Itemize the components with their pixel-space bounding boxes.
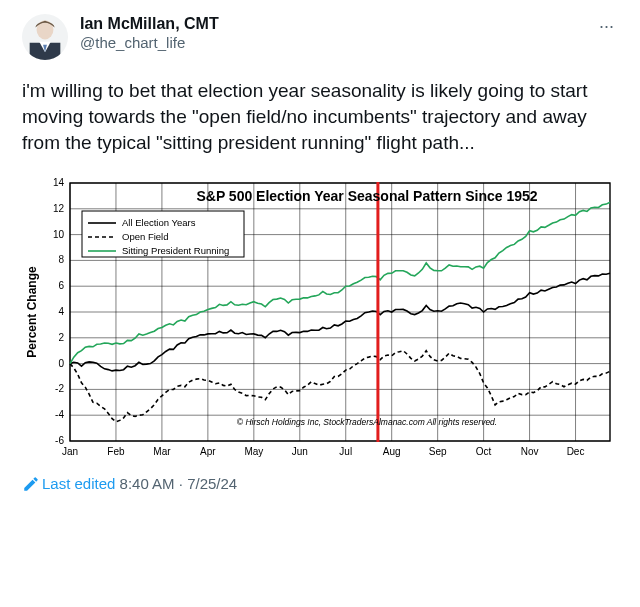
avatar[interactable] (22, 14, 68, 60)
svg-text:Oct: Oct (476, 446, 492, 457)
svg-text:Sitting President Running: Sitting President Running (122, 245, 229, 256)
svg-text:6: 6 (58, 280, 64, 291)
display-name[interactable]: Ian McMillan, CMT (80, 14, 595, 34)
last-edited-label[interactable]: Last edited (42, 475, 115, 492)
svg-text:Nov: Nov (521, 446, 539, 457)
svg-text:Aug: Aug (383, 446, 401, 457)
chart-series-open (70, 350, 610, 421)
chart-image: -6-4-202468101214JanFebMarAprMayJunJulAu… (22, 175, 618, 465)
svg-text:Open Field: Open Field (122, 231, 168, 242)
svg-text:12: 12 (53, 202, 65, 213)
svg-text:0: 0 (58, 357, 64, 368)
chart-title: S&P 500 Election Year Seasonal Pattern S… (196, 188, 537, 204)
svg-text:Feb: Feb (107, 446, 125, 457)
svg-text:Jul: Jul (339, 446, 352, 457)
tweet-footer: Last edited 8:40 AM · 7/25/24 (22, 475, 618, 493)
svg-text:-4: -4 (55, 409, 64, 420)
svg-text:Dec: Dec (567, 446, 585, 457)
name-column: Ian McMillan, CMT @the_chart_life (80, 14, 595, 53)
pencil-icon (22, 475, 40, 493)
tweet-header: Ian McMillan, CMT @the_chart_life ··· (22, 14, 618, 60)
chart-credits: © Hirsch Holdings Inc, StockTradersAlman… (237, 417, 497, 427)
chart-series-all (70, 273, 610, 371)
svg-text:-6: -6 (55, 435, 64, 446)
svg-text:Mar: Mar (153, 446, 171, 457)
svg-text:4: 4 (58, 306, 64, 317)
svg-text:May: May (244, 446, 263, 457)
svg-text:All Election Years: All Election Years (122, 217, 196, 228)
svg-text:-2: -2 (55, 383, 64, 394)
timestamp-time: 8:40 AM (120, 475, 175, 492)
svg-text:10: 10 (53, 228, 65, 239)
handle[interactable]: @the_chart_life (80, 34, 595, 53)
svg-text:2: 2 (58, 331, 64, 342)
timestamp-date: 7/25/24 (187, 475, 237, 492)
svg-text:Jan: Jan (62, 446, 78, 457)
chart-ylabel: Percent Change (25, 266, 39, 358)
tweet-body: i'm willing to bet that election year se… (22, 78, 618, 157)
svg-text:8: 8 (58, 254, 64, 265)
svg-text:Apr: Apr (200, 446, 216, 457)
svg-text:14: 14 (53, 177, 65, 188)
svg-text:Jun: Jun (292, 446, 308, 457)
svg-text:Sep: Sep (429, 446, 447, 457)
tweet-container: Ian McMillan, CMT @the_chart_life ··· i'… (0, 0, 640, 493)
more-icon[interactable]: ··· (595, 14, 618, 39)
